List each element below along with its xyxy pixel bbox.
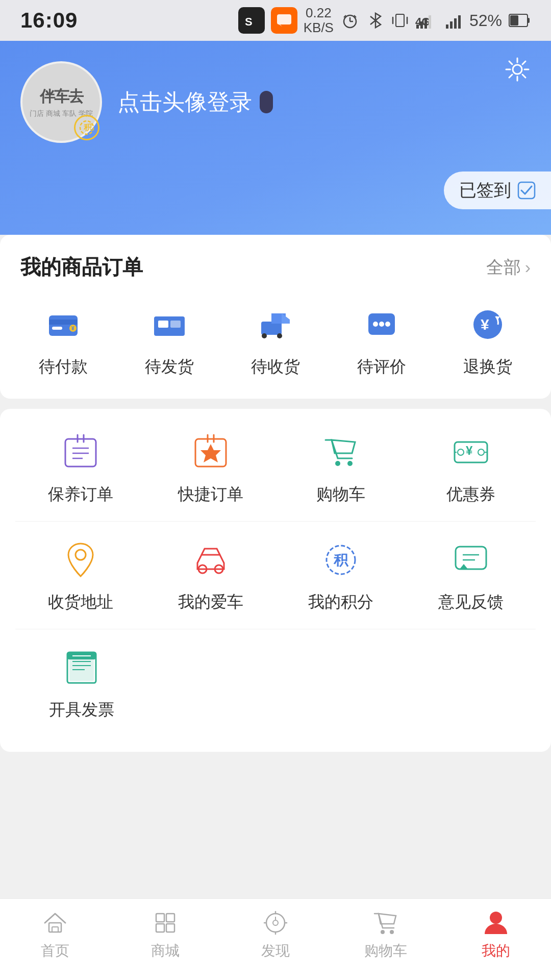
service-item-my-car[interactable]: 我的爱车 bbox=[160, 537, 262, 614]
nav-item-home[interactable]: 首页 bbox=[14, 909, 96, 961]
svg-rect-17 bbox=[450, 21, 453, 29]
mine-nav-icon bbox=[482, 909, 510, 937]
svg-rect-21 bbox=[528, 18, 530, 23]
nav-item-mall[interactable]: 商城 bbox=[124, 909, 206, 961]
services-row-3: 开具发票 bbox=[0, 629, 551, 737]
svg-rect-41 bbox=[158, 321, 168, 328]
invoice-label: 开具发票 bbox=[49, 699, 114, 721]
service-item-address[interactable]: 收货地址 bbox=[30, 537, 132, 614]
nav-label-cart: 购物车 bbox=[364, 941, 407, 961]
svg-point-67 bbox=[347, 461, 353, 466]
bluetooth-icon bbox=[366, 10, 385, 31]
dot-indicator bbox=[260, 91, 273, 113]
svg-point-23 bbox=[513, 65, 522, 74]
svg-marker-83 bbox=[460, 564, 468, 569]
home-nav-icon bbox=[41, 909, 69, 937]
svg-point-51 bbox=[385, 322, 390, 327]
status-notification-icons: S 0.22KB/S 4G bbox=[238, 6, 531, 35]
svg-point-49 bbox=[373, 322, 378, 327]
pending-ship-label: 待发货 bbox=[145, 356, 194, 378]
service-item-maintenance[interactable]: 保养订单 bbox=[30, 429, 132, 506]
avatar-logo-line1: 伴车去 bbox=[30, 86, 93, 107]
battery-percent: 52% bbox=[469, 11, 502, 30]
svg-point-66 bbox=[335, 461, 340, 466]
settings-button[interactable] bbox=[504, 56, 531, 83]
svg-rect-8 bbox=[396, 14, 404, 27]
svg-point-102 bbox=[273, 920, 278, 925]
nav-item-shopping-cart[interactable]: 购物车 bbox=[345, 909, 427, 961]
address-icon bbox=[58, 537, 104, 583]
alarm-icon bbox=[340, 10, 360, 31]
maintenance-label: 保养订单 bbox=[48, 483, 113, 506]
feedback-icon bbox=[448, 537, 494, 583]
pending-receive-label: 待收货 bbox=[251, 356, 300, 378]
chat-app-icon bbox=[271, 7, 297, 34]
discover-nav-icon bbox=[261, 909, 290, 937]
services-row-2: 收货地址 我的爱车 bbox=[0, 522, 551, 629]
svg-rect-18 bbox=[454, 18, 457, 29]
service-item-cart[interactable]: 购物车 bbox=[290, 429, 392, 506]
feedback-label: 意见反馈 bbox=[438, 591, 504, 614]
svg-rect-14 bbox=[424, 18, 427, 29]
order-item-pending-pay[interactable]: ¥ 待付款 bbox=[22, 302, 104, 378]
order-item-pending-ship[interactable]: 待发货 bbox=[129, 302, 210, 378]
svg-point-72 bbox=[478, 449, 484, 455]
svg-rect-12 bbox=[416, 24, 419, 29]
order-more-label: 全部 bbox=[486, 256, 521, 279]
login-label: 点击头像登录 bbox=[117, 87, 252, 117]
my-car-label: 我的爱车 bbox=[178, 591, 243, 614]
svg-line-30 bbox=[522, 61, 525, 64]
svg-point-45 bbox=[262, 333, 267, 338]
signed-badge[interactable]: 已签到 bbox=[444, 172, 551, 209]
svg-marker-2 bbox=[279, 24, 282, 27]
soul-app-icon: S bbox=[238, 7, 265, 34]
service-item-coupon[interactable]: ¥ 优惠券 bbox=[420, 429, 522, 506]
svg-text:¥: ¥ bbox=[481, 316, 489, 333]
svg-rect-94 bbox=[166, 914, 174, 922]
vibrate-icon bbox=[391, 10, 409, 31]
order-section-title: 我的商品订单 bbox=[20, 253, 143, 281]
pending-ship-icon bbox=[146, 302, 192, 348]
svg-point-106 bbox=[490, 912, 502, 924]
service-item-invoice[interactable]: 开具发票 bbox=[31, 645, 133, 721]
order-item-return[interactable]: ¥ 退换货 bbox=[447, 302, 529, 378]
order-item-pending-review[interactable]: 待评价 bbox=[341, 302, 422, 378]
pending-review-label: 待评价 bbox=[357, 356, 406, 378]
signal-4g-right-icon bbox=[445, 10, 463, 31]
svg-rect-16 bbox=[446, 24, 448, 29]
svg-text:¥: ¥ bbox=[71, 326, 74, 331]
cart-icon bbox=[318, 429, 364, 475]
svg-rect-96 bbox=[166, 924, 174, 932]
svg-rect-22 bbox=[510, 15, 518, 26]
svg-point-46 bbox=[277, 333, 282, 338]
battery-icon bbox=[508, 10, 531, 31]
status-time: 16:09 bbox=[20, 8, 78, 33]
svg-text:积: 积 bbox=[333, 552, 349, 568]
service-item-quick-order[interactable]: 快捷订单 bbox=[160, 429, 262, 506]
order-section-header: 我的商品订单 全部 › bbox=[0, 235, 551, 291]
order-more-button[interactable]: 全部 › bbox=[486, 256, 531, 279]
avatar[interactable]: 伴车去 门店 商城 车队 学院 积 bbox=[20, 61, 102, 143]
points-badge: 积 bbox=[74, 115, 99, 140]
svg-line-29 bbox=[522, 75, 525, 78]
login-text[interactable]: 点击头像登录 bbox=[117, 87, 273, 117]
invoice-icon bbox=[59, 645, 105, 691]
svg-rect-1 bbox=[277, 14, 291, 24]
points-icon: 积 bbox=[318, 537, 364, 583]
service-item-points[interactable]: 积 我的积分 bbox=[290, 537, 392, 614]
status-bar: 16:09 S 0.22KB/S bbox=[0, 0, 551, 41]
profile-row[interactable]: 伴车去 门店 商城 车队 学院 积 点击头像登录 bbox=[20, 61, 531, 143]
order-icons-row: ¥ 待付款 待发货 bbox=[0, 291, 551, 399]
main-content: 我的商品订单 全部 › ¥ 待付款 bbox=[0, 235, 551, 854]
cart-label: 购物车 bbox=[316, 483, 365, 506]
network-speed: 0.22KB/S bbox=[304, 6, 334, 35]
order-item-pending-receive[interactable]: 待收货 bbox=[235, 302, 316, 378]
chevron-right-icon: › bbox=[525, 257, 531, 277]
quick-order-icon bbox=[188, 429, 234, 475]
svg-rect-19 bbox=[458, 15, 461, 29]
nav-item-mine[interactable]: 我的 bbox=[455, 909, 537, 961]
service-item-feedback[interactable]: 意见反馈 bbox=[420, 537, 522, 614]
return-label: 退换货 bbox=[463, 356, 512, 378]
svg-point-105 bbox=[390, 930, 394, 934]
nav-item-discover[interactable]: 发现 bbox=[235, 909, 316, 961]
